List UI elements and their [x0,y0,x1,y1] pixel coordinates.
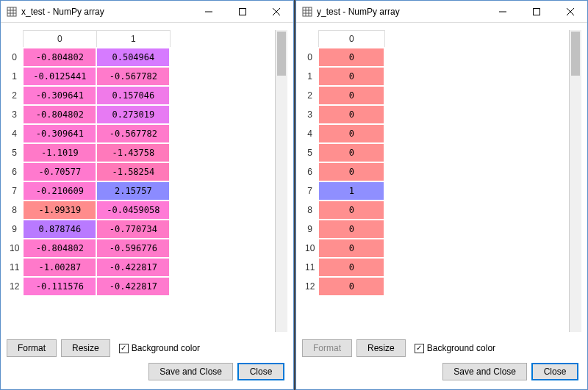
close-dialog-button[interactable]: Close [531,363,578,380]
table-cell[interactable]: -1.99319 [23,201,96,220]
row-header[interactable]: 11 [7,258,23,277]
row-header[interactable]: 8 [7,201,23,220]
row-header[interactable]: 4 [7,124,23,143]
table-cell[interactable]: 0.273019 [96,105,170,124]
table-row: 10-0.804802-0.596776 [7,239,170,258]
row-header[interactable]: 9 [302,220,318,239]
save-and-close-button[interactable]: Save and Close [442,363,527,380]
resize-button[interactable]: Resize [61,339,110,357]
row-header[interactable]: 2 [302,86,318,105]
row-header[interactable]: 7 [7,181,23,201]
table-row: 100 [302,239,384,258]
background-color-checkbox[interactable]: ✓ Background color [415,343,495,353]
table-cell[interactable]: -0.804802 [23,48,96,67]
titlebar[interactable]: x_test - NumPy array [1,1,293,23]
column-header[interactable]: 0 [23,31,96,48]
row-header[interactable]: 2 [7,86,23,105]
row-header[interactable]: 5 [7,143,23,162]
table-cell[interactable]: 0.504964 [96,48,170,67]
table-row: 120 [302,277,384,296]
row-header[interactable]: 12 [302,277,318,296]
table-cell[interactable]: 1 [318,181,384,201]
minimize-button[interactable] [192,1,226,23]
row-header[interactable]: 10 [7,239,23,258]
scrollbar-thumb[interactable] [277,32,286,76]
row-header[interactable]: 3 [7,105,23,124]
table-cell[interactable]: 0.157046 [96,86,170,105]
table-cell[interactable]: 0 [318,277,384,296]
table-cell[interactable]: 0 [318,48,384,67]
maximize-button[interactable] [520,1,553,23]
table-cell[interactable]: -0.70577 [23,162,96,181]
table-cell[interactable]: -0.596776 [96,239,170,258]
table-cell[interactable]: 2.15757 [96,181,170,201]
row-header[interactable]: 7 [302,181,318,201]
row-header[interactable]: 1 [7,67,23,86]
table-row: 0-0.8048020.504964 [7,48,170,67]
row-header[interactable]: 6 [7,162,23,181]
window-y-test: y_test - NumPy array 0 00102030405060718… [295,0,588,390]
table-cell[interactable]: -1.43758 [96,143,170,162]
table-cell[interactable]: -0.309641 [23,86,96,105]
table-cell[interactable]: 0 [318,201,384,220]
column-header[interactable]: 1 [96,31,170,48]
table-cell[interactable]: -0.0459058 [96,201,170,220]
table-cell[interactable]: 0 [318,220,384,239]
row-header[interactable]: 12 [7,277,23,296]
titlebar[interactable]: y_test - NumPy array [296,1,587,23]
table-cell[interactable]: -1.58254 [96,162,170,181]
table-cell[interactable]: 0 [318,143,384,162]
table-cell[interactable]: 0 [318,124,384,143]
table-cell[interactable]: -1.1019 [23,143,96,162]
row-header[interactable]: 4 [302,124,318,143]
row-header[interactable]: 0 [302,48,318,67]
save-and-close-button[interactable]: Save and Close [148,363,233,380]
table-cell[interactable]: -0.422817 [96,277,170,296]
maximize-button[interactable] [226,1,259,23]
table-cell[interactable]: 0.878746 [23,220,96,239]
row-header[interactable]: 3 [302,105,318,124]
table-cell[interactable]: -0.0125441 [23,67,96,86]
table-row: 10 [302,67,384,86]
scrollbar-thumb[interactable] [571,32,580,76]
close-button[interactable] [259,1,293,23]
table-cell[interactable]: -0.770734 [96,220,170,239]
close-dialog-button[interactable]: Close [237,363,284,380]
row-header[interactable]: 11 [302,258,318,277]
table-cell[interactable]: -0.804802 [23,105,96,124]
table-row: 60 [302,162,384,181]
row-header[interactable]: 6 [302,162,318,181]
row-header[interactable]: 8 [302,201,318,220]
vertical-scrollbar[interactable] [275,30,287,332]
background-color-checkbox[interactable]: ✓ Background color [119,343,200,353]
row-header[interactable]: 0 [7,48,23,67]
table-cell[interactable]: -0.422817 [96,258,170,277]
svg-rect-9 [303,7,312,16]
table-cell[interactable]: -0.111576 [23,277,96,296]
row-header[interactable]: 9 [7,220,23,239]
column-header[interactable]: 0 [318,31,384,48]
table-row: 90.878746-0.770734 [7,220,170,239]
checkbox-icon: ✓ [119,344,129,353]
resize-button[interactable]: Resize [356,339,406,357]
table-cell[interactable]: 0 [318,67,384,86]
minimize-button[interactable] [486,1,520,23]
row-header[interactable]: 10 [302,239,318,258]
table-cell[interactable]: -0.567782 [96,67,170,86]
table-cell[interactable]: -0.567782 [96,124,170,143]
table-cell[interactable]: 0 [318,258,384,277]
table-cell[interactable]: 0 [318,162,384,181]
table-cell[interactable]: 0 [318,239,384,258]
table-cell[interactable]: -0.309641 [23,124,96,143]
row-header[interactable]: 5 [302,143,318,162]
table-cell[interactable]: -1.00287 [23,258,96,277]
format-button[interactable]: Format [7,339,57,357]
row-header[interactable]: 1 [302,67,318,86]
close-button[interactable] [553,1,587,23]
table-cell[interactable]: 0 [318,86,384,105]
vertical-scrollbar[interactable] [569,30,581,332]
table-cell[interactable]: -0.804802 [23,239,96,258]
table-cell[interactable]: 0 [318,105,384,124]
table-cell[interactable]: -0.210609 [23,181,96,201]
table-row: 80 [302,201,384,220]
